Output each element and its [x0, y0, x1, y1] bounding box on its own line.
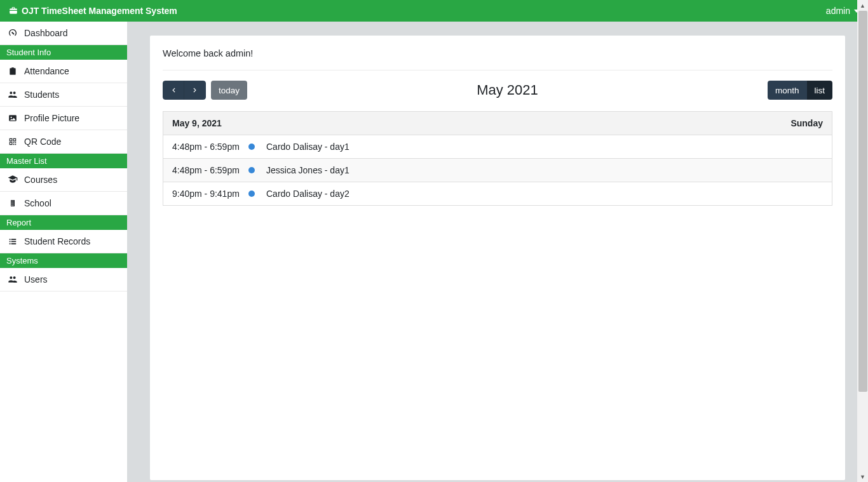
- graduation-icon: [8, 175, 18, 185]
- sidebar-label: Student Records: [24, 236, 90, 246]
- event-time: 9:40pm - 9:41pm: [172, 189, 248, 199]
- list-event[interactable]: 4:48pm - 6:59pm Jessica Jones - day1: [163, 159, 832, 182]
- view-button-group: month list: [768, 81, 832, 100]
- sidebar-item-users[interactable]: Users: [0, 268, 127, 291]
- sidebar-header-report: Report: [0, 215, 127, 230]
- topbar: OJT TimeSheet Management System admin: [0, 0, 868, 22]
- calendar-title: May 2021: [247, 82, 768, 98]
- sidebar-label: Users: [24, 274, 48, 285]
- list-day-header[interactable]: May 9, 2021 Sunday: [163, 111, 832, 135]
- prev-button[interactable]: [163, 81, 184, 100]
- event-time: 4:48pm - 6:59pm: [172, 142, 248, 152]
- sidebar-label: Attendance: [24, 66, 69, 76]
- list-icon: [8, 236, 18, 246]
- sidebar-label: Courses: [24, 175, 57, 185]
- user-menu[interactable]: admin: [826, 6, 859, 16]
- building-icon: [8, 198, 18, 208]
- day-weekday: Sunday: [790, 118, 823, 128]
- sidebar-item-students[interactable]: Students: [0, 83, 127, 107]
- dashboard-icon: [8, 28, 18, 38]
- list-event[interactable]: 4:48pm - 6:59pm Cardo Dalisay - day1: [163, 135, 832, 159]
- content: Welcome back admin!: [127, 22, 868, 482]
- image-icon: [8, 113, 18, 123]
- sidebar-header-master-list: Master List: [0, 154, 127, 168]
- view-month-button[interactable]: month: [768, 81, 807, 100]
- brand-title: OJT TimeSheet Management System: [22, 6, 177, 16]
- scrollbar[interactable]: ▲ ▼: [857, 0, 868, 482]
- sidebar-item-courses[interactable]: Courses: [0, 168, 127, 192]
- next-button[interactable]: [184, 81, 206, 100]
- sidebar-item-school[interactable]: School: [0, 192, 127, 215]
- event-title: Cardo Dalisay - day2: [266, 189, 823, 199]
- calendar-toolbar: today May 2021 month list: [163, 81, 832, 100]
- brand: OJT TimeSheet Management System: [9, 6, 177, 16]
- event-dot-icon: [248, 144, 255, 150]
- sidebar-label: QR Code: [24, 137, 61, 147]
- users-icon: [8, 274, 18, 285]
- sidebar-item-profile-picture[interactable]: Profile Picture: [0, 107, 127, 130]
- users-icon: [8, 90, 18, 100]
- sidebar-item-qr-code[interactable]: QR Code: [0, 130, 127, 154]
- sidebar-header-student-info: Student Info: [0, 45, 127, 60]
- sidebar-label: School: [24, 198, 51, 208]
- scroll-thumb[interactable]: [858, 11, 867, 392]
- scroll-down-icon[interactable]: ▼: [857, 471, 868, 482]
- card: Welcome back admin!: [150, 36, 845, 480]
- sidebar-item-student-records[interactable]: Student Records: [0, 230, 127, 253]
- day-date: May 9, 2021: [172, 118, 222, 128]
- chevron-left-icon: [169, 86, 178, 95]
- view-list-button[interactable]: list: [807, 81, 833, 100]
- welcome-text: Welcome back admin!: [163, 48, 832, 70]
- briefcase-icon: [9, 6, 18, 15]
- clipboard-icon: [8, 66, 18, 76]
- sidebar-label: Profile Picture: [24, 113, 79, 123]
- nav-button-group: [163, 81, 206, 100]
- sidebar-item-dashboard[interactable]: Dashboard: [0, 22, 127, 45]
- event-dot-icon: [248, 167, 255, 173]
- sidebar-label: Dashboard: [24, 28, 68, 38]
- event-time: 4:48pm - 6:59pm: [172, 165, 248, 175]
- calendar-list: May 9, 2021 Sunday 4:48pm - 6:59pm Cardo…: [163, 111, 832, 206]
- today-button[interactable]: today: [211, 81, 247, 100]
- list-event[interactable]: 9:40pm - 9:41pm Cardo Dalisay - day2: [163, 182, 832, 206]
- chevron-right-icon: [191, 86, 200, 95]
- sidebar-header-systems: Systems: [0, 253, 127, 268]
- sidebar: Dashboard Student Info Attendance Studen…: [0, 22, 127, 482]
- sidebar-label: Students: [24, 90, 59, 100]
- event-dot-icon: [248, 191, 255, 197]
- event-title: Jessica Jones - day1: [266, 165, 823, 175]
- sidebar-item-attendance[interactable]: Attendance: [0, 60, 127, 83]
- scroll-up-icon[interactable]: ▲: [857, 0, 868, 11]
- qrcode-icon: [8, 137, 18, 147]
- user-name: admin: [826, 6, 850, 16]
- event-title: Cardo Dalisay - day1: [266, 142, 823, 152]
